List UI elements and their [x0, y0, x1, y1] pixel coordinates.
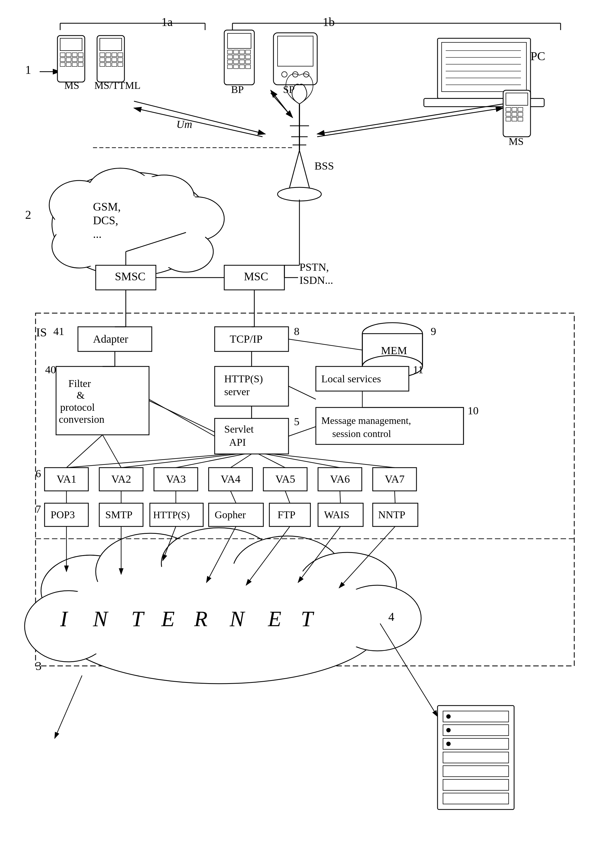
svg-point-172 — [25, 591, 112, 662]
local-services-label: Local services — [321, 373, 381, 384]
svg-rect-8 — [58, 36, 85, 82]
svg-rect-51 — [234, 65, 239, 69]
svg-rect-136 — [99, 468, 143, 491]
mem-label: MEM — [381, 344, 407, 357]
svg-rect-138 — [209, 468, 252, 491]
svg-rect-40 — [240, 50, 245, 54]
svg-line-154 — [265, 454, 340, 468]
svg-rect-15 — [66, 58, 71, 61]
svg-point-165 — [55, 564, 383, 684]
svg-rect-130 — [316, 367, 409, 391]
ref-1b-label: 1b — [323, 15, 335, 29]
svg-line-157 — [103, 435, 121, 468]
ref-8-label: 8 — [294, 325, 300, 337]
svg-rect-103 — [224, 265, 284, 290]
msg-mgmt-label-1: Message management, — [321, 415, 411, 426]
svg-line-163 — [340, 491, 340, 503]
svg-point-169 — [233, 536, 342, 607]
svg-line-92 — [317, 104, 503, 134]
svg-line-87 — [134, 101, 265, 134]
svg-rect-102 — [96, 265, 156, 290]
svg-rect-68 — [503, 90, 531, 137]
https-server-label-2: server — [224, 386, 250, 397]
va2-label: VA2 — [111, 473, 131, 485]
ellipsis-label: ... — [93, 228, 102, 240]
svg-rect-186 — [443, 752, 509, 763]
svg-rect-48 — [240, 60, 245, 64]
svg-rect-41 — [245, 50, 250, 54]
svg-line-162 — [285, 491, 290, 503]
filter-label-line4: conversion — [59, 414, 105, 425]
svg-line-156 — [66, 435, 103, 468]
svg-line-151 — [176, 454, 245, 468]
svg-line-90 — [271, 90, 290, 115]
svg-rect-27 — [118, 53, 123, 56]
va7-label: VA7 — [385, 473, 405, 485]
um-label: Um — [176, 118, 192, 130]
svg-rect-50 — [228, 65, 233, 69]
https-server-label-1: HTTP(S) — [224, 373, 263, 385]
svg-rect-189 — [443, 793, 509, 804]
ref-2-label: 2 — [25, 208, 31, 222]
svg-rect-53 — [245, 65, 250, 69]
svg-rect-38 — [228, 50, 233, 54]
svg-rect-42 — [228, 55, 233, 59]
svg-line-194 — [289, 339, 362, 350]
svg-point-84 — [278, 187, 321, 201]
internet-i-label: I — [60, 607, 69, 631]
svg-rect-117 — [215, 327, 289, 351]
svg-point-168 — [161, 528, 276, 599]
svg-rect-142 — [45, 503, 88, 526]
svg-point-166 — [41, 555, 139, 626]
svg-rect-59 — [437, 38, 531, 98]
svg-point-56 — [282, 72, 287, 77]
ref-6-label: 6 — [36, 467, 41, 480]
svg-point-192 — [446, 742, 451, 746]
adapter-label: Adapter — [93, 333, 128, 345]
msc-label: MSC — [244, 270, 268, 283]
svg-marker-79 — [289, 150, 311, 191]
svg-rect-13 — [78, 53, 83, 56]
svg-point-101 — [55, 175, 208, 273]
internet-e2-label: E — [268, 607, 281, 631]
svg-line-88 — [134, 108, 262, 137]
svg-rect-69 — [506, 93, 528, 105]
svg-point-171 — [334, 585, 421, 651]
ftp-label: FTP — [278, 509, 295, 520]
svg-rect-114 — [78, 327, 152, 351]
svg-rect-72 — [518, 108, 523, 111]
ms-label-1: MS — [64, 80, 79, 91]
svg-rect-146 — [269, 503, 311, 526]
svg-line-200 — [149, 401, 215, 432]
svg-rect-187 — [443, 766, 509, 777]
svg-rect-45 — [245, 55, 250, 59]
svg-rect-61 — [424, 98, 544, 107]
svg-rect-60 — [442, 42, 526, 92]
svg-rect-125 — [56, 367, 149, 435]
svg-rect-24 — [100, 53, 105, 56]
svg-rect-75 — [518, 112, 523, 116]
svg-rect-140 — [318, 468, 362, 491]
va5-label: VA5 — [275, 473, 295, 485]
svg-rect-55 — [278, 36, 313, 66]
ref-40-label: 40 — [45, 364, 56, 376]
ref-3-label: 3 — [36, 659, 42, 673]
servlet-api-label-2: API — [229, 436, 246, 448]
svg-line-199 — [289, 427, 316, 436]
svg-rect-144 — [150, 503, 203, 526]
va6-label: VA6 — [330, 473, 350, 485]
svg-line-152 — [231, 454, 251, 468]
svg-line-89 — [271, 93, 293, 118]
svg-rect-9 — [60, 38, 82, 51]
gopher-label: Gopher — [215, 509, 246, 520]
svg-rect-182 — [437, 706, 514, 809]
is-label: IS — [36, 326, 47, 339]
svg-rect-20 — [72, 62, 77, 66]
svg-point-94 — [52, 172, 211, 276]
svg-rect-35 — [118, 62, 123, 66]
https-label: HTTP(S) — [153, 509, 190, 520]
svg-point-96 — [87, 168, 153, 215]
svg-rect-25 — [106, 53, 111, 56]
svg-line-193 — [380, 623, 437, 717]
svg-point-100 — [52, 224, 107, 268]
